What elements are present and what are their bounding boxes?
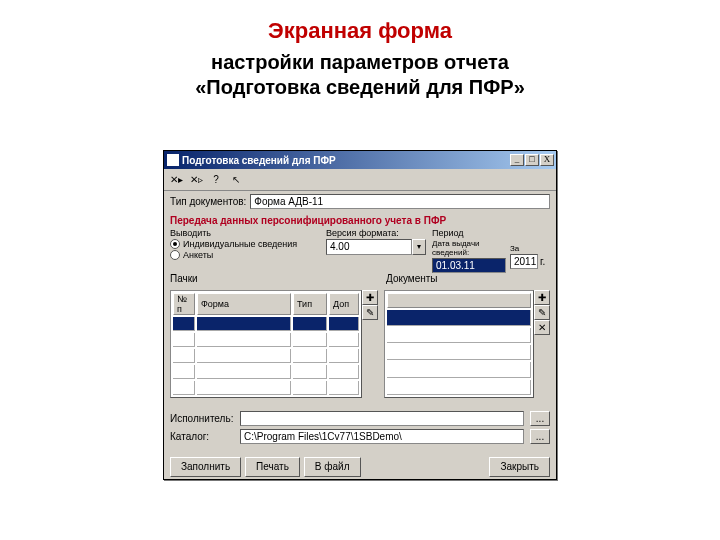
packs-add-button[interactable]: ✚ [362,290,378,305]
table-row[interactable] [173,349,359,363]
format-combo[interactable]: 4.00 ▾ [326,239,426,255]
footer-buttons: Заполнить Печать В файл Закрыть [164,451,556,483]
table-row[interactable] [387,380,531,395]
bottom-fields: Исполнитель: ... Каталог: C:\Program Fil… [164,404,556,451]
table-labels: Пачки Документы [164,273,556,284]
doc-type-input[interactable]: Форма АДВ-11 [250,194,550,209]
toolbar-icon-1[interactable]: ✕▸ [168,172,184,188]
table-row[interactable] [173,317,359,331]
tables-row: № п Форма Тип Доп ✚ ✎ [164,284,556,404]
app-window: Подготовка сведений для ПФР _ □ X ✕▸ ✕▹ … [163,150,557,480]
toolbar-icon-2[interactable]: ✕▹ [188,172,204,188]
window-title: Подготовка сведений для ПФР [182,155,510,166]
performer-browse-button[interactable]: ... [530,411,550,426]
close-window-button[interactable]: X [540,154,554,166]
packs-table[interactable]: № п Форма Тип Доп [170,290,362,398]
radio-ankety[interactable]: Анкеты [170,250,320,260]
catalog-label: Каталог: [170,431,234,442]
to-file-button[interactable]: В файл [304,457,361,477]
documents-table[interactable] [384,290,534,398]
page-title: Экранная форма [0,18,720,44]
help-icon[interactable]: ? [208,172,224,188]
format-label: Версия формата: [326,228,426,238]
table-row[interactable] [387,345,531,360]
table-row[interactable] [387,328,531,343]
documents-label: Документы [386,273,438,284]
close-button[interactable]: Закрыть [489,457,550,477]
year-suffix: г. [540,256,545,267]
section-heading: Передача данных персонифицированного уче… [164,209,556,228]
minimize-button[interactable]: _ [510,154,524,166]
radio-individual[interactable]: Индивидуальные сведения [170,239,320,249]
titlebar[interactable]: Подготовка сведений для ПФР _ □ X [164,151,556,169]
doc-type-row: Тип документов: Форма АДВ-11 [164,191,556,209]
format-value[interactable]: 4.00 [326,239,412,255]
toolbar: ✕▸ ✕▹ ? ↖ [164,169,556,191]
page-subtitle-line2: «Подготовка сведений для ПФР» [0,75,720,100]
date-input[interactable]: 01.03.11 [432,258,506,273]
year-input[interactable]: 2011 [510,254,538,269]
date-label: Дата выдачи сведений: [432,239,506,257]
radio-dot-icon [170,239,180,249]
doc-type-label: Тип документов: [170,196,246,207]
table-row[interactable] [173,365,359,379]
page-subtitle-line1: настройки параметров отчета [0,50,720,75]
radio-ankety-label: Анкеты [183,250,213,260]
fill-button[interactable]: Заполнить [170,457,241,477]
docs-add-button[interactable]: ✚ [534,290,550,305]
col-type[interactable]: Тип [293,293,327,315]
period-group-label: Период [432,228,550,238]
table-row[interactable] [387,362,531,377]
chevron-down-icon[interactable]: ▾ [412,239,426,255]
packs-edit-button[interactable]: ✎ [362,305,378,320]
table-row[interactable] [387,310,531,325]
col-dop[interactable]: Доп [329,293,359,315]
radio-dot-icon [170,250,180,260]
table-row[interactable] [173,381,359,395]
table-row[interactable] [173,333,359,347]
performer-input[interactable] [240,411,524,426]
performer-label: Исполнитель: [170,413,234,424]
catalog-browse-button[interactable]: ... [530,429,550,444]
radio-individual-label: Индивидуальные сведения [183,239,297,249]
maximize-button[interactable]: □ [525,154,539,166]
options-grid: Выводить Индивидуальные сведения Анкеты … [164,228,556,273]
docs-col[interactable] [387,293,531,308]
docs-edit-button[interactable]: ✎ [534,305,550,320]
output-group-label: Выводить [170,228,320,238]
catalog-input[interactable]: C:\Program Files\1Cv77\1SBDemo\ [240,429,524,444]
print-button[interactable]: Печать [245,457,300,477]
col-num[interactable]: № п [173,293,195,315]
col-form[interactable]: Форма [197,293,291,315]
docs-delete-button[interactable]: ✕ [534,320,550,335]
cursor-icon[interactable]: ↖ [228,172,244,188]
page-subtitle: настройки параметров отчета «Подготовка … [0,50,720,100]
za-label: За [510,244,550,253]
app-icon [167,154,179,166]
packs-label: Пачки [170,273,386,284]
